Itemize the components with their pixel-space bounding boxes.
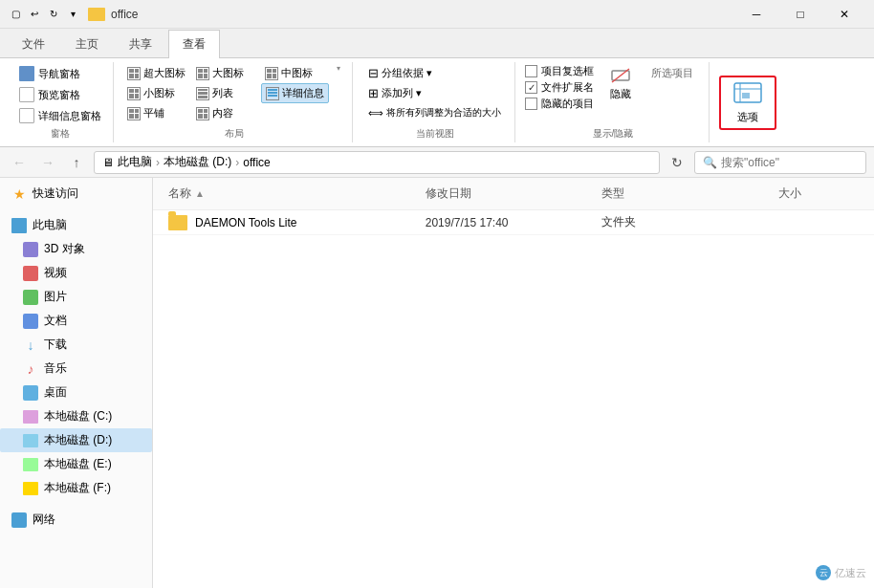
col-name-header[interactable]: 名称 ▲ (161, 182, 418, 206)
sidebar-item-3d-objects[interactable]: 3D 对象 (0, 237, 152, 261)
nav-pane-button[interactable]: 导航窗格 (15, 64, 84, 83)
layout-small[interactable]: 小图标 (123, 83, 191, 103)
layout-group-label: 布局 (123, 125, 344, 141)
hidden-items-option[interactable]: 隐藏的项目 (525, 97, 594, 111)
sidebar-item-drive-d[interactable]: 本地磁盘 (D:) (0, 428, 152, 452)
forward-button[interactable]: → (36, 151, 59, 174)
tab-file[interactable]: 文件 (8, 30, 59, 58)
col-type-header[interactable]: 类型 (594, 182, 771, 206)
hide-button[interactable]: 隐藏 (601, 64, 640, 103)
sidebar-section-quick-access: ★ 快速访问 (0, 178, 152, 209)
search-box[interactable]: 🔍 (694, 151, 866, 174)
column-header: 名称 ▲ 修改日期 类型 大小 (153, 178, 874, 210)
sidebar-item-downloads[interactable]: ↓ 下载 (0, 333, 152, 357)
file-name-cell: DAEMON Tools Lite (161, 215, 418, 230)
layout-list[interactable]: 列表 (192, 83, 260, 103)
desktop-label: 桌面 (44, 384, 67, 401)
layout-large[interactable]: 大图标 (192, 64, 260, 82)
minimize-button[interactable]: ─ (734, 0, 778, 29)
tab-home[interactable]: 主页 (61, 30, 113, 58)
add-column-button[interactable]: ⊞ 添加列 ▾ (362, 84, 427, 102)
this-pc-icon (11, 218, 27, 233)
file-ext-option[interactable]: 文件扩展名 (525, 80, 594, 95)
ribbon-group-options: 选项 (711, 62, 784, 142)
current-view-group-label: 当前视图 (362, 125, 507, 141)
sidebar-item-music[interactable]: ♪ 音乐 (0, 357, 152, 381)
search-input[interactable] (721, 156, 864, 169)
downloads-label: 下载 (44, 337, 67, 353)
sidebar-item-pictures[interactable]: 图片 (0, 285, 152, 309)
refresh-button[interactable]: ↻ (666, 151, 688, 174)
tile-icon (127, 107, 141, 120)
ribbon-group-current-view: ⊟ 分组依据 ▾ ⊞ 添加列 ▾ ⟺ 将所有列调整为合适的大小 当前视图 (355, 62, 515, 142)
show-hide-buttons: 隐藏 所选项目 (601, 64, 701, 103)
small-icon (127, 87, 141, 100)
drive-e-label: 本地磁盘 (E:) (44, 456, 112, 472)
file-name: DAEMON Tools Lite (195, 216, 296, 229)
sort-by-button[interactable]: ⊟ 分组依据 ▾ (362, 64, 438, 82)
tab-view[interactable]: 查看 (168, 30, 220, 58)
sidebar-item-drive-e[interactable]: 本地磁盘 (E:) (0, 452, 152, 476)
drive-e-icon (23, 457, 38, 472)
file-type: 文件夹 (594, 214, 771, 230)
breadcrumb[interactable]: 🖥 此电脑 › 本地磁盘 (D:) › office (94, 151, 660, 174)
pictures-icon (23, 290, 38, 305)
up-button[interactable]: ↑ (65, 151, 88, 174)
detail-pane-button[interactable]: 详细信息窗格 (15, 106, 105, 125)
resize-icon: ⟺ (368, 107, 383, 120)
preview-pane-button[interactable]: 预览窗格 (15, 85, 84, 104)
maximize-button[interactable]: □ (778, 0, 822, 29)
pictures-label: 图片 (44, 289, 67, 305)
extra-large-icon (127, 67, 141, 80)
layout-content[interactable]: 内容 (192, 104, 260, 122)
svg-rect-5 (742, 93, 750, 98)
sidebar-item-quick-access[interactable]: ★ 快速访问 (0, 182, 152, 206)
quick-access-label: 快速访问 (33, 185, 78, 202)
hide-selected-button[interactable]: 所选项目 (644, 64, 701, 103)
documents-label: 文档 (44, 313, 67, 329)
sidebar-item-desktop[interactable]: 桌面 (0, 381, 152, 404)
back-button[interactable]: ← (8, 151, 31, 174)
videos-label: 视频 (44, 265, 67, 281)
sort-icon: ⊟ (368, 66, 379, 80)
tab-share[interactable]: 共享 (115, 30, 166, 58)
ribbon-group-show-hide: 项目复选框 文件扩展名 隐藏的项目 (517, 62, 710, 142)
nav-pane-icon (19, 66, 34, 81)
details-icon (266, 87, 279, 100)
layout-expand-icon[interactable]: ▾ (333, 64, 344, 73)
detail-pane-icon (19, 108, 34, 123)
options-button[interactable]: 选项 (719, 76, 776, 130)
file-ext-checkbox-box (525, 81, 537, 94)
layout-tile[interactable]: 平铺 (123, 104, 191, 122)
hide-icon (609, 66, 632, 85)
breadcrumb-sep2: › (235, 156, 239, 169)
drive-d-label: 本地磁盘 (D:) (44, 432, 112, 448)
drive-c-icon (23, 409, 38, 425)
medium-icon (265, 67, 278, 80)
drive-f-visual (23, 482, 38, 495)
sidebar-item-drive-c[interactable]: 本地磁盘 (C:) (0, 404, 152, 428)
layout-details[interactable]: 详细信息 (261, 83, 329, 103)
breadcrumb-part2[interactable]: 本地磁盘 (D:) (164, 154, 231, 170)
sidebar-item-network[interactable]: 网络 (0, 508, 152, 532)
layout-extra-large[interactable]: 超大图标 (123, 64, 191, 82)
sidebar-item-this-pc[interactable]: 此电脑 (0, 213, 152, 237)
close-button[interactable]: ✕ (822, 0, 866, 29)
breadcrumb-part1[interactable]: 此电脑 (118, 154, 152, 170)
resize-columns-button[interactable]: ⟺ 将所有列调整为合适的大小 (362, 104, 507, 121)
item-checkbox-box (525, 65, 537, 77)
hidden-items-checkbox-box (525, 98, 537, 110)
col-size-header[interactable]: 大小 (771, 182, 866, 206)
drive-d-visual (23, 434, 38, 447)
layout-medium[interactable]: 中图标 (261, 64, 329, 82)
sidebar-item-documents[interactable]: 文档 (0, 309, 152, 333)
table-row[interactable]: DAEMON Tools Lite 2019/7/15 17:40 文件夹 (153, 210, 874, 235)
item-checkbox-option[interactable]: 项目复选框 (525, 64, 594, 78)
sort-arrow-icon: ▲ (195, 188, 205, 199)
breadcrumb-part3[interactable]: office (243, 156, 270, 169)
sidebar-item-videos[interactable]: 视频 (0, 261, 152, 285)
drive-c-visual (23, 410, 38, 424)
col-date-header[interactable]: 修改日期 (418, 182, 595, 206)
title-bar-controls: ─ □ ✕ (734, 0, 866, 29)
sidebar-item-drive-f[interactable]: 本地磁盘 (F:) (0, 476, 152, 500)
